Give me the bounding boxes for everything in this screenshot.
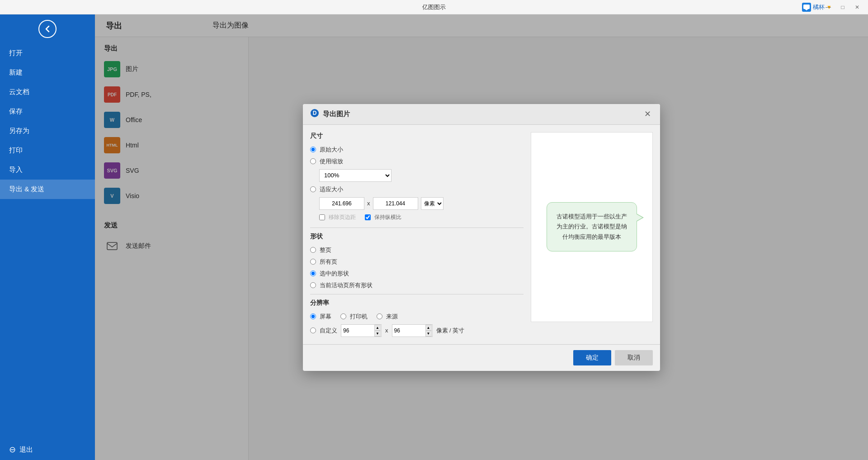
- scale-radio[interactable]: [310, 158, 316, 164]
- custom-resolution-radio[interactable]: [310, 327, 316, 333]
- ok-button[interactable]: 确定: [573, 350, 611, 365]
- keep-ratio-row: 保持纵横比: [365, 213, 401, 221]
- shape-section-label: 形状: [310, 232, 524, 241]
- adapt-input-row: x 像素 英寸 厘米: [319, 197, 524, 210]
- source-radio-row: 来源: [377, 313, 398, 321]
- keep-ratio-checkbox[interactable]: [365, 214, 371, 220]
- modal-title-area: D 导出图片: [310, 109, 350, 120]
- original-size-row: 原始大小: [310, 146, 524, 154]
- scale-select[interactable]: 100% 50% 150% 200%: [319, 169, 392, 182]
- x-separator-2: x: [385, 327, 388, 334]
- selected-shapes-label: 选中的形状: [320, 270, 349, 278]
- all-pages-row: 所有页: [310, 258, 524, 266]
- adapt-width-input[interactable]: [319, 197, 364, 210]
- back-button[interactable]: [38, 20, 57, 38]
- custom-width-down[interactable]: ▼: [374, 331, 381, 337]
- export-image-modal: D 导出图片 ✕ 尺寸 原始大小: [303, 104, 660, 371]
- modal-title: 导出图片: [323, 110, 350, 119]
- remove-margin-checkbox[interactable]: [319, 214, 325, 220]
- adapt-label: 适应大小: [320, 185, 343, 194]
- app-title: 亿图图示: [422, 3, 446, 11]
- all-pages-radio[interactable]: [310, 259, 316, 265]
- preview-box: 古诺模型适用于一些以生产为主的行业。古诺模型是纳什均衡应用的最早版本: [531, 132, 653, 322]
- custom-width-input[interactable]: [341, 325, 368, 337]
- sidebar-item-import[interactable]: 导入: [0, 160, 95, 180]
- custom-width-spin: ▲ ▼: [341, 324, 382, 337]
- adapt-height-input[interactable]: [373, 197, 418, 210]
- modal-right: 古诺模型适用于一些以生产为主的行业。古诺模型是纳什均衡应用的最早版本: [531, 132, 653, 337]
- sidebar: 打开 新建 云文档 保存 另存为 打印 导入 导出 & 发送 ⊖ 退出: [0, 14, 95, 460]
- modal-icon: D: [310, 109, 319, 120]
- sidebar-item-open[interactable]: 打开: [0, 43, 95, 63]
- source-label: 来源: [386, 313, 398, 321]
- sidebar-item-exit[interactable]: ⊖ 退出: [0, 439, 95, 460]
- close-button[interactable]: ✕: [852, 2, 863, 13]
- user-icon: [802, 3, 811, 12]
- custom-resolution-label: 自定义: [320, 327, 337, 335]
- modal-footer: 确定 取消: [303, 344, 660, 371]
- svg-text:D: D: [313, 110, 317, 116]
- keep-ratio-label: 保持纵横比: [374, 213, 401, 221]
- titlebar: 亿图图示 橘杯 ▼ — □ ✕: [0, 0, 868, 14]
- current-page-label: 当前活动页所有形状: [320, 281, 373, 289]
- source-radio[interactable]: [377, 313, 382, 319]
- scale-label: 使用缩放: [320, 157, 343, 166]
- custom-height-down[interactable]: ▼: [425, 331, 432, 337]
- custom-height-input[interactable]: [392, 325, 420, 337]
- cancel-button[interactable]: 取消: [615, 350, 653, 365]
- adapt-radio[interactable]: [310, 186, 316, 192]
- custom-unit-label: 像素 / 英寸: [436, 327, 465, 335]
- remove-margin-label: 移除页边距: [329, 213, 356, 221]
- resolution-section-label: 分辨率: [310, 299, 524, 307]
- printer-radio[interactable]: [340, 313, 346, 319]
- sidebar-item-export[interactable]: 导出 & 发送: [0, 180, 95, 199]
- sidebar-item-saveas[interactable]: 另存为: [0, 121, 95, 141]
- svg-rect-0: [803, 5, 810, 9]
- sidebar-item-save[interactable]: 保存: [0, 102, 95, 121]
- sidebar-item-print[interactable]: 打印: [0, 141, 95, 160]
- preview-text: 古诺模型适用于一些以生产为主的行业。古诺模型是纳什均衡应用的最早版本: [557, 213, 627, 240]
- modal-close-button[interactable]: ✕: [642, 109, 653, 119]
- custom-width-spinners: ▲ ▼: [374, 325, 381, 337]
- scale-row: 使用缩放: [310, 157, 524, 166]
- bubble-tail-fill: [636, 214, 642, 221]
- custom-width-up[interactable]: ▲: [374, 325, 381, 331]
- current-page-row: 当前活动页所有形状: [310, 281, 524, 289]
- full-page-row: 整页: [310, 246, 524, 254]
- all-pages-label: 所有页: [320, 258, 337, 266]
- original-size-radio[interactable]: [310, 147, 316, 152]
- selected-shapes-row: 选中的形状: [310, 270, 524, 278]
- screen-label: 屏幕: [320, 313, 331, 321]
- scale-select-wrapper: 100% 50% 150% 200%: [319, 169, 392, 182]
- x-separator: x: [367, 200, 370, 207]
- full-page-label: 整页: [320, 246, 331, 254]
- custom-height-spinners: ▲ ▼: [425, 325, 432, 337]
- main-area: 导出 导出为图像 导出 JPG 图片 PDF PDF, PS, W Office…: [95, 14, 868, 460]
- printer-label: 打印机: [350, 313, 368, 321]
- sidebar-item-cloud[interactable]: 云文档: [0, 82, 95, 102]
- custom-resolution-row: 自定义 ▲ ▼ x ▲: [310, 324, 524, 337]
- svg-marker-1: [805, 9, 808, 10]
- custom-height-up[interactable]: ▲: [425, 325, 432, 331]
- adapt-row: 适应大小: [310, 185, 524, 194]
- resolution-options-row: 屏幕 打印机 来源: [310, 313, 524, 321]
- screen-radio-row: 屏幕: [310, 313, 331, 321]
- full-page-radio[interactable]: [310, 247, 316, 253]
- minimize-button[interactable]: —: [823, 2, 834, 13]
- maximize-button[interactable]: □: [837, 2, 848, 13]
- custom-height-spin: ▲ ▼: [392, 324, 433, 337]
- remove-margin-row: 移除页边距: [319, 213, 356, 221]
- size-section-label: 尺寸: [310, 132, 524, 140]
- adapt-unit-select[interactable]: 像素 英寸 厘米: [421, 197, 443, 210]
- exit-icon: ⊖: [9, 445, 16, 455]
- selected-shapes-radio[interactable]: [310, 270, 316, 276]
- original-size-label: 原始大小: [320, 146, 343, 154]
- scale-select-row: 100% 50% 150% 200%: [319, 169, 524, 182]
- screen-radio[interactable]: [310, 313, 316, 319]
- current-page-radio[interactable]: [310, 282, 316, 288]
- modal-overlay: D 导出图片 ✕ 尺寸 原始大小: [95, 14, 868, 460]
- sidebar-item-new[interactable]: 新建: [0, 63, 95, 82]
- printer-radio-row: 打印机: [340, 313, 368, 321]
- modal-body: 尺寸 原始大小 使用缩放 100% 50%: [303, 125, 660, 344]
- preview-bubble: 古诺模型适用于一些以生产为主的行业。古诺模型是纳什均衡应用的最早版本: [547, 202, 637, 251]
